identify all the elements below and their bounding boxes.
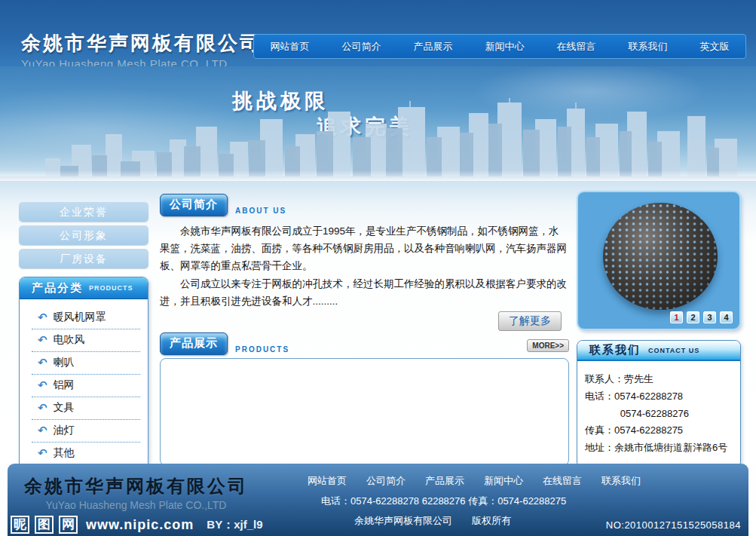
footer-link-guestbook[interactable]: 在线留言: [543, 474, 582, 488]
category-item-hairdryer[interactable]: ↶ 电吹风: [32, 329, 140, 352]
products-section-header: 产品展示 PRODUCTS MORE>>: [160, 331, 569, 355]
website-page: 余姚市华声网板有限公司 YuYao Huasheng Mesh Plate CO…: [0, 0, 756, 536]
footer-link-home[interactable]: 网站首页: [308, 474, 347, 488]
slider-page-4[interactable]: 4: [720, 311, 733, 323]
product-image-slider: 1 2 3 4: [577, 191, 741, 330]
footer-company-name-english: YuYao Huasheng Mesh Plate CO.,LTD: [24, 499, 248, 511]
contact-panel: 联系我们 CONTACT US 联系人：劳先生 电话：0574-62288278…: [577, 340, 741, 468]
nav-item-guestbook[interactable]: 在线留言: [549, 37, 604, 57]
city-skyline-image: [0, 98, 756, 181]
content-area: 企业荣誉 公司形象 厂房设备 产品分类 PRODUCTS ↶ 暖风机网罩 ↶ 电…: [0, 181, 756, 464]
sidebar-item-factory-equipment[interactable]: 厂房设备: [19, 249, 148, 268]
products-title-english: PRODUCTS: [235, 345, 289, 354]
learn-more-button[interactable]: 了解更多: [498, 311, 562, 331]
right-column: 1 2 3 4 联系我们 CONTACT US 联系人：劳先生 电话：0574-…: [577, 191, 741, 468]
main-navigation: 网站首页 公司简介 产品展示 新闻中心 在线留言 联系我们 英文版: [253, 34, 746, 59]
about-paragraph-2: 公司成立以来专注于网板的冲孔技术，经过长期工作经验的累积以及根据客户要求的改进，…: [160, 275, 569, 310]
contact-phone-1: 电话：0574-62288278: [585, 388, 734, 406]
category-label: 喇叭: [54, 356, 75, 369]
category-item-other[interactable]: ↶ 其他: [32, 443, 140, 465]
footer-link-about[interactable]: 公司简介: [366, 474, 406, 488]
product-category-title: 产品分类: [32, 281, 83, 296]
product-category-title-en: PRODUCTS: [89, 284, 133, 292]
footer-company-block: 余姚市华声网板有限公司 YuYao Huasheng Mesh Plate CO…: [24, 474, 248, 511]
about-title-button[interactable]: 公司简介: [160, 194, 228, 216]
curved-arrow-icon: ↶: [38, 446, 47, 460]
footer-phone-line: 电话：0574-62288278 62288276 传真：0574-622882…: [321, 495, 662, 508]
category-label: 油灯: [54, 424, 75, 437]
products-display-box: [160, 358, 569, 466]
product-category-panel: 产品分类 PRODUCTS ↶ 暖风机网罩 ↶ 电吹风 ↶ 喇叭: [19, 277, 148, 476]
category-item-aluminum-mesh[interactable]: ↶ 铝网: [32, 375, 140, 397]
product-category-list: ↶ 暖风机网罩 ↶ 电吹风 ↶ 喇叭 ↶ 铝网: [20, 299, 148, 476]
category-item-oil-lamp[interactable]: ↶ 油灯: [32, 420, 140, 443]
category-label: 文具: [54, 401, 75, 415]
watermark-url: www.nipic.com: [86, 517, 194, 533]
contact-panel-header: 联系我们 CONTACT US: [577, 341, 740, 361]
curved-arrow-icon: ↶: [38, 311, 47, 324]
footer-links: 网站首页 公司简介 产品展示 新闻中心 在线留言 联系我们: [308, 474, 662, 488]
footer-link-news[interactable]: 新闻中心: [484, 474, 523, 488]
watermark-char: 图: [35, 516, 54, 534]
company-name: 余姚市华声网板有限公司: [21, 30, 262, 57]
products-title-button[interactable]: 产品展示: [160, 332, 228, 355]
slider-page-3[interactable]: 3: [703, 311, 716, 323]
category-item-heater-mesh[interactable]: ↶ 暖风机网罩: [32, 307, 140, 329]
product-category-header: 产品分类 PRODUCTS: [20, 277, 148, 299]
slider-pagination: 1 2 3 4: [670, 311, 733, 323]
nipic-watermark: 昵 图 网 www.nipic.com BY：xjf_l9: [11, 516, 263, 534]
products-more-button[interactable]: MORE>>: [527, 339, 569, 352]
contact-phone-2: 0574-62288276: [585, 406, 734, 423]
left-sidebar: 企业荣誉 公司形象 厂房设备 产品分类 PRODUCTS ↶ 暖风机网罩 ↶ 电…: [19, 202, 148, 476]
nav-item-products[interactable]: 产品展示: [406, 37, 461, 57]
watermark-char: 昵: [11, 516, 29, 534]
nav-item-about[interactable]: 公司简介: [335, 37, 389, 57]
curved-arrow-icon: ↶: [38, 378, 47, 392]
contact-title-english: CONTACT US: [648, 347, 699, 354]
curved-arrow-icon: ↶: [38, 401, 47, 415]
category-label: 铝网: [54, 378, 75, 392]
category-item-speaker[interactable]: ↶ 喇叭: [32, 352, 140, 375]
nav-item-home[interactable]: 网站首页: [263, 37, 317, 57]
watermark-char: 网: [59, 516, 78, 534]
nav-item-english[interactable]: 英文版: [693, 37, 737, 57]
sidebar-item-honors[interactable]: 企业荣誉: [19, 202, 148, 222]
contact-person: 联系人：劳先生: [585, 371, 734, 388]
site-footer: 余姚市华声网板有限公司 YuYao Huasheng Mesh Plate CO…: [8, 464, 748, 536]
category-label: 暖风机网罩: [54, 311, 106, 324]
slider-page-1[interactable]: 1: [670, 311, 683, 323]
category-item-stationery[interactable]: ↶ 文具: [32, 397, 140, 420]
contact-info: 联系人：劳先生 电话：0574-62288278 0574-62288276 传…: [577, 361, 740, 467]
company-logo: 余姚市华声网板有限公司 YuYao Huasheng Mesh Plate CO…: [21, 30, 262, 70]
site-header: 余姚市华声网板有限公司 YuYao Huasheng Mesh Plate CO…: [0, 0, 756, 66]
hero-banner: 挑战极限 追求完美: [0, 66, 756, 181]
about-title-english: ABOUT US: [235, 207, 286, 215]
about-section-header: 公司简介 ABOUT US: [160, 192, 569, 216]
slider-page-2[interactable]: 2: [687, 311, 699, 323]
banner-bottom-fade: [0, 170, 756, 181]
nav-item-contact[interactable]: 联系我们: [621, 37, 675, 57]
footer-link-contact[interactable]: 联系我们: [601, 474, 641, 488]
sidebar-item-company-image[interactable]: 公司形象: [19, 225, 148, 245]
footer-serial-number: NO:20100127151525058184: [606, 519, 741, 531]
contact-fax: 传真：0574-62288275: [585, 422, 734, 440]
curved-arrow-icon: ↶: [38, 356, 47, 369]
watermark-author: BY：xjf_l9: [207, 518, 262, 532]
footer-company-name: 余姚市华声网板有限公司: [24, 474, 248, 498]
about-paragraph-1: 余姚市华声网板有限公司成立于1995年，是专业生产不锈钢制品，如不锈钢网篮，水果…: [160, 222, 569, 275]
mesh-dome-product-image: [603, 203, 718, 310]
category-label: 其他: [54, 446, 75, 460]
curved-arrow-icon: ↶: [38, 333, 47, 347]
nav-item-news[interactable]: 新闻中心: [478, 37, 532, 57]
main-column: 公司简介 ABOUT US 余姚市华声网板有限公司成立于1995年，是专业生产不…: [160, 192, 569, 466]
contact-title: 联系我们: [589, 343, 641, 357]
category-label: 电吹风: [54, 333, 85, 347]
footer-link-products[interactable]: 产品展示: [425, 474, 464, 488]
contact-address: 地址：余姚市低塘街道新洋路6号: [585, 440, 734, 457]
curved-arrow-icon: ↶: [38, 424, 47, 437]
about-text: 余姚市华声网板有限公司成立于1995年，是专业生产不锈钢制品，如不锈钢网篮，水果…: [160, 222, 569, 310]
